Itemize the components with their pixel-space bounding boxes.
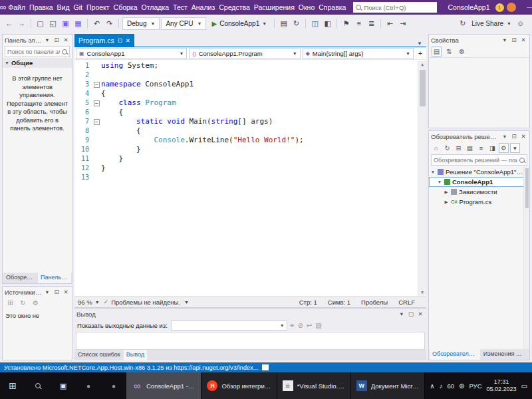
menu-item-Проект[interactable]: Проект — [84, 0, 112, 15]
pin-icon[interactable]: ⊡ — [53, 37, 61, 43]
new-project-icon[interactable]: ▢ — [35, 17, 46, 29]
taskbar-app-word[interactable]: WДокумент Microso... — [351, 372, 426, 399]
close-icon[interactable]: ✕ — [416, 311, 424, 317]
battery-level[interactable]: 60 — [448, 382, 455, 390]
notification-bell-icon[interactable]: 1 — [495, 3, 504, 12]
open-file-icon[interactable]: ◱ — [47, 17, 59, 29]
nav-project-combo[interactable]: ▣ ConsoleApp1 ▼ — [76, 48, 187, 59]
clock[interactable]: 17:31 05.02.2023 — [487, 378, 517, 394]
solution-search-input[interactable] — [434, 157, 517, 164]
chevron-down-icon[interactable]: ▾ — [501, 37, 509, 43]
fold-collapse-icon[interactable]: − — [94, 100, 100, 106]
editor-vertical-scrollbar[interactable]: ▲ ▼ — [418, 61, 426, 296]
save-all-icon[interactable]: ▦ — [72, 17, 84, 29]
start-debugging-button[interactable]: ▶ ConsoleApp1 ▼ — [207, 17, 271, 30]
status-item[interactable]: CRLF — [398, 299, 415, 306]
output-tab[interactable]: Вывод — [124, 350, 147, 360]
toolbox-group-header[interactable]: ▼ Общие — [3, 58, 72, 68]
close-icon[interactable]: ✕ — [62, 37, 70, 43]
status-item[interactable]: Симв: 1 — [328, 299, 350, 306]
add-data-source-icon[interactable]: ⊞ — [5, 298, 15, 308]
categorized-icon[interactable]: ▤ — [432, 47, 442, 57]
tree-item-dependencies[interactable]: ▶Зависимости — [429, 187, 529, 197]
nav-type-combo[interactable]: {} ConsoleApp1.Program ▼ — [189, 48, 300, 59]
comment-icon[interactable]: ≡ — [353, 17, 364, 29]
chevron-down-icon[interactable]: ▾ — [43, 289, 51, 295]
fold-margin[interactable]: − — [92, 82, 101, 88]
menu-item-Git[interactable]: Git — [72, 0, 84, 15]
collapse-all-icon[interactable]: ⊟ — [454, 143, 464, 153]
menu-item-Отладка[interactable]: Отладка — [140, 0, 172, 15]
minimize-button[interactable]: — — [521, 0, 532, 15]
quick-search-box[interactable] — [353, 2, 437, 13]
copy-output-icon[interactable]: ▤ — [315, 322, 321, 329]
tree-item-csfile[interactable]: ▶C#Program.cs — [429, 197, 529, 207]
show-all-files-icon[interactable]: ▤ — [465, 143, 475, 153]
chevron-down-icon[interactable]: ▾ — [501, 133, 509, 140]
solution-search-box[interactable] — [431, 154, 527, 166]
scrollbar-thumb[interactable] — [420, 70, 426, 106]
goto-message-icon[interactable]: ≡ — [291, 322, 295, 329]
refresh-icon[interactable]: ↻ — [442, 143, 452, 153]
indent-decrease-icon[interactable]: ⇤ — [384, 17, 396, 29]
alphabetical-icon[interactable]: ⇅ — [444, 47, 454, 57]
menu-item-Окно[interactable]: Окно — [297, 0, 317, 15]
fold-margin[interactable]: − — [92, 119, 101, 125]
pin-icon[interactable]: ⊡ — [510, 133, 518, 140]
taskbar-search-icon[interactable] — [25, 372, 51, 399]
menu-item-Сборка[interactable]: Сборка — [112, 0, 140, 15]
menu-item-Расширения[interactable]: Расширения — [252, 0, 297, 15]
quick-search-input[interactable] — [364, 4, 434, 11]
close-icon[interactable]: ✕ — [519, 37, 527, 43]
taskbar-app-yandex[interactable]: ЯОбзор интегриров... — [201, 372, 277, 399]
close-icon[interactable]: ✕ — [519, 133, 527, 140]
tree-expander-icon[interactable]: ▼ — [437, 180, 442, 184]
task-view-icon[interactable]: ▣ — [51, 372, 76, 399]
start-button[interactable]: ⊞ — [0, 372, 25, 399]
chevron-down-icon[interactable]: ▾ — [43, 37, 51, 43]
pin-icon[interactable]: ⊡ — [118, 37, 122, 44]
network-icon[interactable]: ⊕ — [459, 382, 464, 390]
solution-tab[interactable]: Обозреватель реше... — [430, 349, 480, 360]
output-source-combo[interactable]: ▼ — [171, 321, 287, 331]
pin-icon[interactable]: ⊡ — [510, 37, 518, 43]
chevron-down-icon[interactable]: ▾ — [398, 311, 406, 317]
solution-scrollbar[interactable] — [523, 166, 529, 349]
tree-expander-icon[interactable]: ▶ — [444, 200, 449, 205]
debug-target-combo[interactable]: Debug ▼ — [122, 17, 160, 30]
filter-icon[interactable]: ▾ — [510, 143, 520, 153]
volume-icon[interactable]: ♪ — [440, 382, 443, 390]
undo-icon[interactable]: ↶ — [91, 17, 102, 29]
toolbox-search-box[interactable] — [5, 46, 70, 57]
wrench-icon[interactable]: ⚙ — [499, 143, 509, 153]
indent-increase-icon[interactable]: ⇥ — [397, 17, 408, 29]
maximize-panel-icon[interactable]: ▢ — [407, 311, 415, 317]
tree-expander-icon[interactable]: ▶ — [444, 190, 449, 195]
platform-combo[interactable]: Any CPU ▼ — [161, 17, 206, 30]
chevron-up-icon[interactable]: ∧ — [430, 382, 434, 390]
status-item[interactable]: Пробелы — [361, 299, 388, 306]
live-share-label[interactable]: Live Share — [471, 20, 503, 27]
fold-margin[interactable]: − — [92, 100, 101, 106]
pinned-app-icon[interactable]: ● — [101, 372, 126, 399]
split-editor-icon[interactable]: + — [416, 49, 425, 57]
health-dropdown-icon[interactable]: ▼ — [184, 300, 189, 305]
toolbox-tab[interactable]: Панель эле... — [38, 273, 71, 283]
code-editor[interactable]: 1using System;23−namespace ConsoleApp14{… — [74, 60, 426, 296]
preview-selected-icon[interactable]: ◨ — [487, 143, 497, 153]
properties-icon[interactable]: ≡ — [476, 143, 486, 153]
build-icon[interactable]: ▤ — [278, 17, 289, 29]
fold-collapse-icon[interactable]: − — [94, 119, 100, 125]
refresh-icon[interactable]: ↻ — [18, 298, 28, 308]
tree-expander-icon[interactable]: ▼ — [430, 170, 436, 174]
scrollbar-thumb[interactable] — [525, 168, 529, 208]
document-tab-program-cs[interactable]: Program.cs ⊡ ✕ — [74, 34, 134, 47]
bookmark-icon[interactable]: ⚑ — [340, 17, 352, 29]
close-icon[interactable]: ✕ — [62, 289, 70, 295]
uncomment-icon[interactable]: ≣ — [366, 17, 377, 29]
notification-center-icon[interactable]: ▭ — [521, 382, 527, 390]
menu-item-Вид[interactable]: Вид — [55, 0, 72, 15]
output-content[interactable] — [76, 332, 425, 350]
taskbar-app-notepad[interactable]: ≣*Visual Studio.txt -... — [277, 372, 351, 399]
fold-collapse-icon[interactable]: − — [94, 82, 100, 88]
